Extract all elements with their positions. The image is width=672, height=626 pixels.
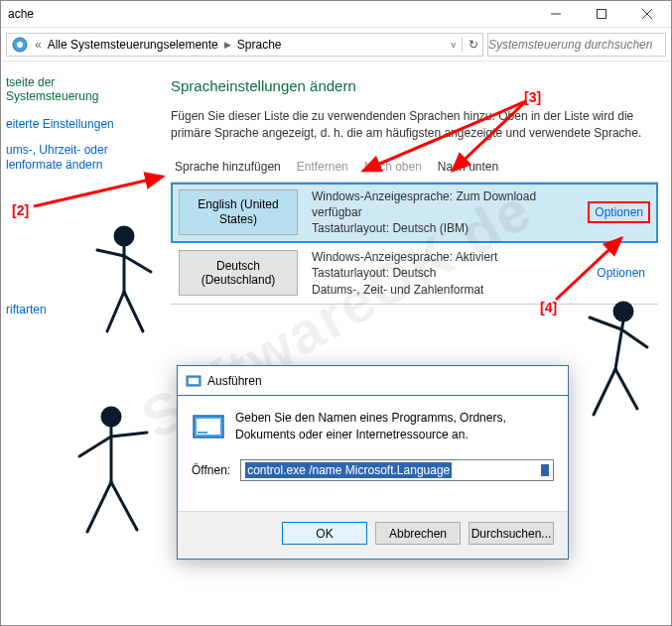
window-title: ache: [2, 7, 34, 21]
breadcrumb[interactable]: « Alle Systemsteuerungselemente ▶ Sprach…: [6, 33, 483, 57]
language-list: English (United States) Windows-Anzeiges…: [171, 182, 658, 305]
language-row-english[interactable]: English (United States) Windows-Anzeiges…: [171, 183, 658, 244]
sidebar: tseite der Systemsteuerung eiterte Einst…: [0, 62, 157, 626]
language-options-link[interactable]: Optionen: [592, 264, 650, 282]
breadcrumb-item[interactable]: Sprache: [237, 38, 282, 52]
language-detail: Windows-Anzeigesprache: Aktiviert Tastat…: [312, 249, 578, 298]
run-dialog-title: Ausführen: [207, 374, 262, 388]
move-down-button[interactable]: Nach unten: [438, 160, 498, 174]
close-button[interactable]: [624, 0, 670, 28]
titlebar: ache: [0, 0, 672, 28]
run-open-label: Öffnen:: [192, 463, 230, 477]
search-input[interactable]: [487, 33, 666, 57]
svg-rect-10: [198, 432, 207, 434]
detail-line: Windows-Anzeigesprache: Zum Download ver…: [312, 188, 574, 220]
language-name: Deutsch (Deutschland): [179, 250, 298, 296]
run-message: Geben Sie den Namen eines Programms, Ord…: [192, 410, 554, 443]
detail-line: Windows-Anzeigesprache: Aktiviert: [312, 249, 578, 265]
remove-language-button[interactable]: Entfernen: [297, 160, 348, 174]
ok-button[interactable]: OK: [282, 522, 367, 545]
svg-rect-7: [189, 378, 199, 384]
language-detail: Windows-Anzeigesprache: Zum Download ver…: [312, 188, 574, 237]
add-language-button[interactable]: Sprache hinzufügen: [175, 160, 281, 174]
cancel-button[interactable]: Abbrechen: [375, 522, 461, 545]
minimize-button[interactable]: [533, 0, 579, 28]
browse-button[interactable]: Durchsuchen...: [469, 522, 554, 545]
run-command-value: control.exe /name Microsoft.Language: [245, 462, 452, 478]
svg-point-5: [17, 42, 23, 48]
language-name: English (United States): [179, 189, 298, 235]
detail-line: Datums-, Zeit- und Zahlenformat: [312, 282, 578, 298]
language-row-deutsch[interactable]: Deutsch (Deutschland) Windows-Anzeigespr…: [171, 243, 658, 305]
run-command-combobox[interactable]: control.exe /name Microsoft.Language v: [240, 459, 554, 481]
detail-line: Tastaturlayout: Deutsch (IBM): [312, 220, 574, 236]
window-controls: [533, 0, 670, 28]
run-large-icon: [192, 410, 225, 443]
run-input-row: Öffnen: control.exe /name Microsoft.Lang…: [192, 459, 554, 481]
run-dialog: Ausführen Geben Sie den Namen eines Prog…: [177, 365, 569, 560]
refresh-button[interactable]: ↻: [462, 38, 478, 52]
breadcrumb-item[interactable]: Alle Systemsteuerungselemente: [48, 38, 218, 52]
page-heading: Spracheinstellungen ändern: [171, 77, 658, 94]
sidebar-link-fonts[interactable]: riftarten: [6, 303, 151, 318]
detail-line: Tastaturlayout: Deutsch: [312, 265, 578, 281]
sidebar-heading: tseite der Systemsteuerung: [6, 75, 151, 103]
language-toolbar: Sprache hinzufügen Entfernen Nach oben N…: [171, 160, 658, 174]
run-message-text: Geben Sie den Namen eines Programms, Ord…: [235, 410, 554, 443]
chevron-right-icon: ▶: [224, 40, 231, 50]
sidebar-link-advanced[interactable]: eiterte Einstellungen: [6, 117, 151, 133]
move-up-button[interactable]: Nach oben: [364, 160, 422, 174]
run-button-row: OK Abbrechen Durchsuchen...: [178, 511, 568, 559]
language-options-link[interactable]: Optionen: [588, 201, 650, 223]
page-description: Fügen Sie dieser Liste die zu verwendend…: [171, 108, 658, 142]
chevron-down-icon[interactable]: v: [541, 464, 550, 476]
chevron-down-icon[interactable]: v: [452, 40, 457, 50]
run-icon: [186, 373, 202, 389]
address-row: « Alle Systemsteuerungselemente ▶ Sprach…: [0, 28, 672, 62]
search-field[interactable]: [488, 38, 665, 52]
control-panel-icon: [11, 36, 29, 54]
svg-rect-1: [598, 9, 606, 18]
run-dialog-titlebar[interactable]: Ausführen: [178, 366, 568, 396]
run-body: Geben Sie den Namen eines Programms, Ord…: [178, 396, 568, 511]
sidebar-link-datetime[interactable]: ums-, Uhrzeit- oder lenformate ändern: [6, 143, 151, 174]
breadcrumb-prefix: «: [35, 38, 42, 52]
maximize-button[interactable]: [579, 0, 624, 28]
